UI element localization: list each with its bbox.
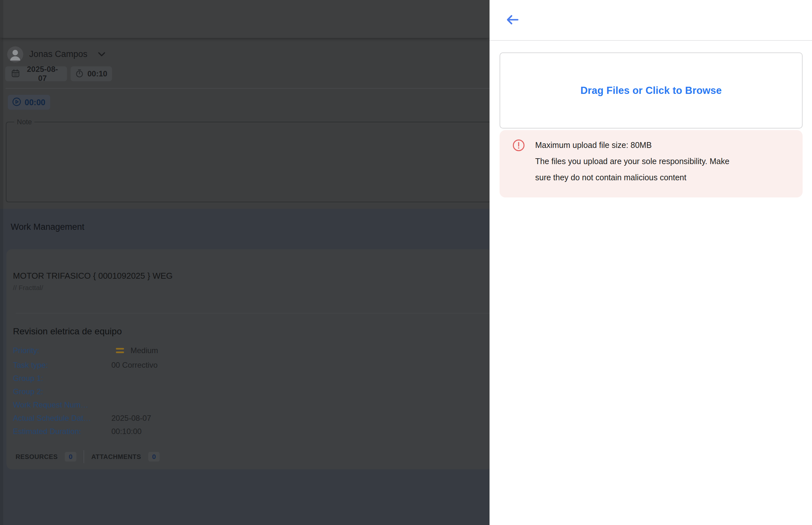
- resources-count: 0: [65, 452, 76, 462]
- task-title: Revision eletrica de equipo: [13, 326, 122, 336]
- stopwatch-icon: [75, 69, 84, 79]
- divider: [5, 88, 489, 89]
- priority-medium-icon: [116, 348, 124, 353]
- date-chip-label: 2025-08-07: [24, 65, 61, 83]
- section-title: Work Management: [11, 222, 85, 232]
- field-row-task-type: Task type: 00 Correctivo: [13, 358, 401, 372]
- back-arrow-icon: [506, 21, 519, 26]
- asset-path: // Fracttal/: [13, 284, 43, 291]
- field-row-group1: Group 1:: [13, 372, 401, 385]
- field-label: Actual Schedule Dat…: [13, 414, 112, 423]
- warning-line-3: sure they do not contain malicious conte…: [535, 169, 729, 185]
- field-label: Group 1:: [13, 374, 112, 383]
- asset-title: MOTOR TRIFASICO { 0001092025 } WEG: [13, 271, 173, 281]
- timer-value: 00:00: [25, 98, 45, 107]
- note-label: Note: [14, 118, 34, 126]
- field-label: Priority:: [13, 346, 112, 355]
- field-value: Medium: [131, 346, 158, 355]
- field-value: 00:10:00: [112, 427, 142, 436]
- timer-start-chip[interactable]: 00:00: [8, 95, 50, 110]
- upload-panel-header: [489, 0, 812, 41]
- avatar: [7, 46, 23, 62]
- field-row-group2: Group 2:: [13, 385, 401, 398]
- dropzone-label: Drag Files or Click to Browse: [580, 85, 722, 96]
- calendar-icon: [11, 69, 20, 79]
- field-value: 00 Correctivo: [112, 361, 158, 370]
- attachments-count: 0: [148, 452, 160, 462]
- play-circle-icon: [12, 97, 21, 107]
- warning-line-1: Maximum upload file size: 80MB: [535, 137, 729, 153]
- attachments-tab[interactable]: ATTACHMENTS 0: [91, 452, 160, 462]
- resources-label: RESOURCES: [16, 453, 58, 461]
- date-chip[interactable]: 2025-08-07: [5, 66, 67, 81]
- field-row-work-request: Work Request Num…: [13, 398, 401, 411]
- time-chip-label: 00:10: [87, 69, 107, 78]
- field-row-duration: Estimated Duration: 00:10:00: [13, 425, 401, 438]
- task-card[interactable]: MOTOR TRIFASICO { 0001092025 } WEG // Fr…: [6, 249, 492, 469]
- close-upload-panel-button[interactable]: [506, 14, 519, 25]
- divider: [16, 313, 489, 313]
- divider: [84, 450, 84, 463]
- time-chip[interactable]: 00:10: [71, 66, 112, 81]
- field-label: Task type:: [13, 361, 112, 370]
- warning-text: Maximum upload file size: 80MB The files…: [535, 137, 729, 185]
- alert-circle-icon: [512, 139, 525, 153]
- field-row-schedule-date: Actual Schedule Dat… 2025-08-07: [13, 411, 401, 425]
- screen: Work Order Jonas Campos: [0, 0, 812, 525]
- upload-warning: Maximum upload file size: 80MB The files…: [500, 130, 802, 197]
- resources-tab[interactable]: RESOURCES 0: [16, 452, 76, 462]
- card-footer: RESOURCES 0 ATTACHMENTS 0: [16, 449, 160, 464]
- chevron-down-icon: [98, 52, 105, 58]
- note-input[interactable]: Note: [6, 122, 491, 202]
- task-fields: Priority: Medium Task type: 00 Correctiv…: [13, 343, 401, 438]
- work-order-topbar: [0, 0, 489, 38]
- warning-line-2: The files you upload are your sole respo…: [535, 153, 729, 169]
- file-dropzone[interactable]: Drag Files or Click to Browse: [500, 52, 802, 129]
- attachments-label: ATTACHMENTS: [91, 453, 141, 461]
- field-label: Work Request Num…: [13, 400, 112, 409]
- field-label: Estimated Duration:: [13, 427, 112, 436]
- field-row-priority: Priority: Medium: [13, 343, 401, 358]
- upload-panel: Drag Files or Click to Browse Maximum up…: [489, 0, 812, 525]
- field-label: Group 2:: [13, 387, 112, 396]
- assignee-selector[interactable]: Jonas Campos: [29, 49, 87, 59]
- field-value: 2025-08-07: [112, 414, 151, 423]
- assignee-name: Jonas Campos: [29, 49, 87, 59]
- work-order-page: Work Order Jonas Campos: [0, 0, 489, 525]
